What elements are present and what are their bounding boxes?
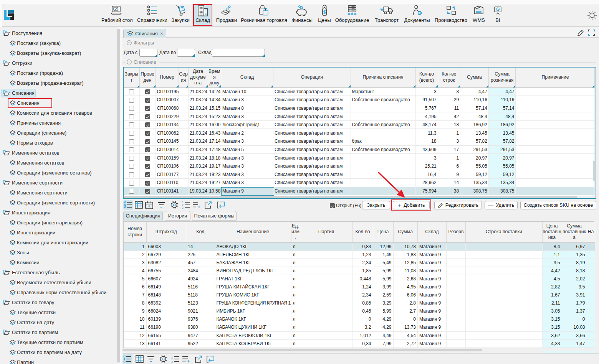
svg-text:2: 2 (171, 358, 173, 361)
svg-text:1: 1 (182, 201, 184, 204)
svg-text:3: 3 (182, 206, 184, 209)
svg-text:2: 2 (182, 204, 184, 206)
svg-text:3: 3 (171, 361, 173, 363)
svg-text:1: 1 (171, 355, 173, 358)
